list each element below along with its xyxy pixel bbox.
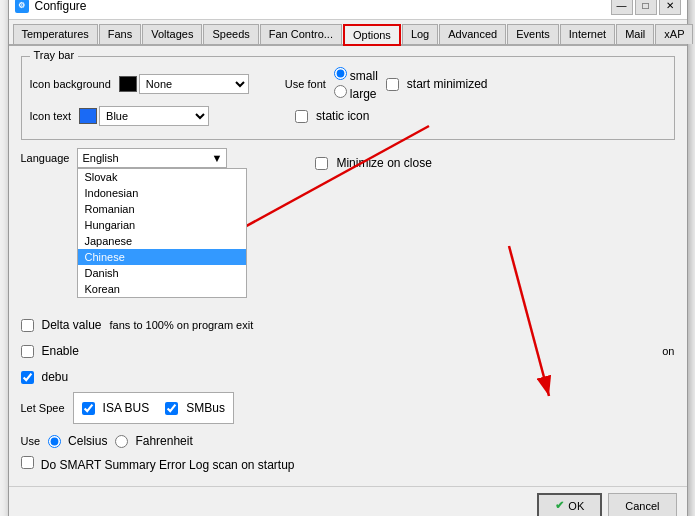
static-icon-label: static icon: [316, 109, 369, 123]
lang-romanian[interactable]: Romanian: [78, 201, 246, 217]
delta-checkbox[interactable]: Delta value: [21, 318, 102, 332]
isa-bus-label: ISA BUS: [103, 401, 150, 415]
ok-check-icon: ✔: [555, 499, 564, 512]
ok-button[interactable]: ✔ OK: [537, 493, 602, 516]
debug-label: debu: [42, 370, 69, 384]
minimize-on-close-checkbox[interactable]: Minimize on close: [315, 156, 431, 170]
tab-internet[interactable]: Internet: [560, 24, 615, 44]
bus-options-box: ISA BUS SMBus: [73, 392, 234, 424]
tab-log[interactable]: Log: [402, 24, 438, 44]
debug-row: debu: [21, 366, 675, 388]
title-bar: ⚙ Configure — □ ✕: [9, 0, 687, 20]
language-section: Language English ▼ Slovak Indonesian Rom…: [21, 148, 675, 174]
static-icon-checkbox[interactable]: static icon: [295, 109, 369, 123]
temperature-row: Use Celsius Fahrenheit: [21, 430, 675, 452]
tab-events[interactable]: Events: [507, 24, 559, 44]
content-area: Tray bar Icon background None Black Whit…: [9, 46, 687, 486]
close-button[interactable]: ✕: [659, 0, 681, 15]
language-dropdown-container: English ▼ Slovak Indonesian Romanian Hun…: [77, 148, 227, 168]
language-current-value: English: [82, 152, 118, 164]
debug-checkbox[interactable]: debu: [21, 370, 69, 384]
enable-label: Enable: [42, 344, 79, 358]
icon-background-color-swatch: [119, 76, 137, 92]
delta-row: Delta value fans to 100% on program exit: [21, 314, 675, 336]
language-dropdown-list: Slovak Indonesian Romanian Hungarian Jap…: [77, 168, 247, 298]
svg-line-1: [219, 126, 429, 241]
celsius-label: Celsius: [68, 434, 107, 448]
smart-checkbox[interactable]: Do SMART Summary Error Log scan on start…: [21, 456, 295, 472]
icon-background-select[interactable]: None Black White: [139, 74, 249, 94]
tab-bar: Temperatures Fans Voltages Speeds Fan Co…: [9, 20, 687, 46]
use-font-label: Use font: [285, 78, 326, 90]
tab-speeds[interactable]: Speeds: [203, 24, 258, 44]
icon-text-label: Icon text: [30, 110, 72, 122]
font-small-radio[interactable]: small: [334, 67, 378, 83]
fahrenheit-label: Fahrenheit: [135, 434, 192, 448]
minimize-button[interactable]: —: [611, 0, 633, 15]
ok-label: OK: [568, 500, 584, 512]
lang-danish[interactable]: Danish: [78, 265, 246, 281]
minimize-on-close-wrapper: Minimize on close: [315, 152, 431, 174]
main-window: ⚙ Configure — □ ✕ Temperatures Fans Volt…: [8, 0, 688, 516]
enable-checkbox[interactable]: Enable: [21, 344, 79, 358]
icon-text-dropdown-wrapper: Blue Red Green White Black: [79, 106, 209, 126]
tray-bar-group: Tray bar Icon background None Black Whit…: [21, 56, 675, 140]
smbus-label: SMBus: [186, 401, 225, 415]
maximize-button[interactable]: □: [635, 0, 657, 15]
celsius-radio[interactable]: Celsius: [48, 434, 107, 448]
lang-indonesian[interactable]: Indonesian: [78, 185, 246, 201]
tab-mail[interactable]: Mail: [616, 24, 654, 44]
smart-row: Do SMART Summary Error Log scan on start…: [21, 456, 675, 472]
on-label: on: [662, 345, 674, 357]
tab-fan-control[interactable]: Fan Contro...: [260, 24, 342, 44]
window-controls: — □ ✕: [611, 0, 681, 15]
fahrenheit-radio[interactable]: Fahrenheit: [115, 434, 192, 448]
icon-text-color-swatch: [79, 108, 97, 124]
lang-japanese[interactable]: Japanese: [78, 233, 246, 249]
lang-korean[interactable]: Korean: [78, 281, 246, 297]
tab-temperatures[interactable]: Temperatures: [13, 24, 98, 44]
language-dropdown-trigger[interactable]: English ▼: [77, 148, 227, 168]
tab-advanced[interactable]: Advanced: [439, 24, 506, 44]
bottom-bar: ✔ OK Cancel: [9, 486, 687, 516]
cancel-button[interactable]: Cancel: [608, 493, 676, 516]
let-speed-label: Let Spee: [21, 402, 65, 414]
cancel-label: Cancel: [625, 500, 659, 512]
start-minimized-label: start minimized: [407, 77, 488, 91]
font-large-radio[interactable]: large: [334, 85, 378, 101]
tray-row-2: Icon text Blue Red Green White Black sta…: [30, 105, 666, 127]
icon-background-dropdown-wrapper: None Black White: [119, 74, 249, 94]
language-label: Language: [21, 152, 70, 164]
tab-xap[interactable]: xAP: [655, 24, 693, 44]
dropdown-arrow-icon: ▼: [212, 152, 223, 164]
smbus-checkbox[interactable]: SMBus: [165, 401, 225, 415]
tray-row-1: Icon background None Black White Use fon…: [30, 67, 666, 101]
tray-bar-label: Tray bar: [30, 49, 79, 61]
minimize-on-close-label: Minimize on close: [336, 156, 431, 170]
isa-bus-checkbox[interactable]: ISA BUS: [82, 401, 150, 415]
tab-voltages[interactable]: Voltages: [142, 24, 202, 44]
temperature-use-label: Use: [21, 435, 41, 447]
icon-background-label: Icon background: [30, 78, 111, 90]
icon-text-select[interactable]: Blue Red Green White Black: [99, 106, 209, 126]
app-icon: ⚙: [15, 0, 29, 13]
lang-hungarian[interactable]: Hungarian: [78, 217, 246, 233]
tab-options[interactable]: Options: [343, 24, 401, 46]
lang-chinese[interactable]: Chinese: [78, 249, 246, 265]
font-radio-group: small large: [334, 67, 378, 101]
enable-row: Enable on: [21, 340, 675, 362]
tab-fans[interactable]: Fans: [99, 24, 141, 44]
start-minimized-checkbox[interactable]: start minimized: [386, 77, 488, 91]
lang-slovak[interactable]: Slovak: [78, 169, 246, 185]
smart-label: Do SMART Summary Error Log scan on start…: [41, 458, 295, 472]
fans-100-label: fans to 100% on program exit: [110, 319, 254, 331]
let-speed-row: Let Spee ISA BUS SMBus: [21, 392, 675, 424]
delta-label: Delta value: [42, 318, 102, 332]
window-title: Configure: [35, 0, 611, 13]
